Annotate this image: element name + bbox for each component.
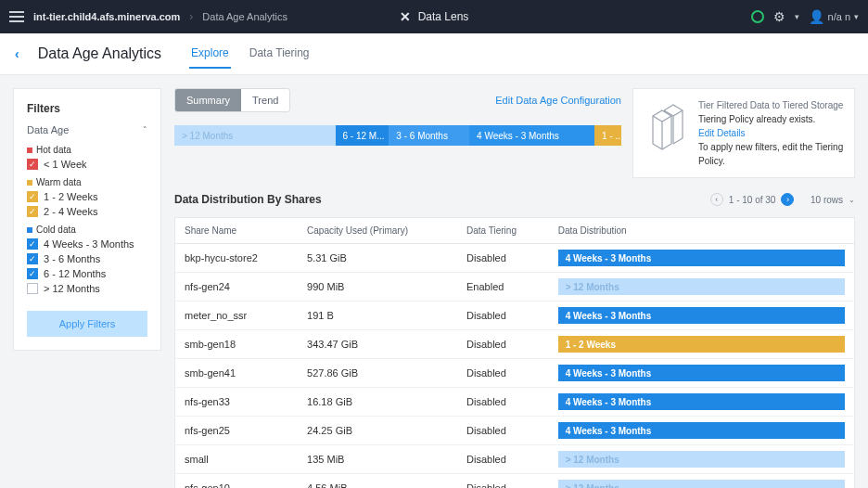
distribution-cell: > 12 Months [549,445,855,474]
edit-details-link[interactable]: Edit Details [698,126,845,140]
checkbox-icon: ✓ [27,206,38,217]
column-header[interactable]: Share Name [175,218,299,244]
user-label: n/a n [828,11,850,22]
distribution-bar[interactable]: 4 Weeks - 3 Months [558,250,845,266]
distribution-bar[interactable]: 4 Weeks - 3 Months [558,393,845,410]
page-header: ‹ Data Age Analytics Explore Data Tierin… [0,33,868,75]
table-title: Data Distribution By Shares [174,193,322,206]
share-name-cell: smb-gen41 [175,359,299,388]
share-name-cell: smb-gen18 [175,330,299,359]
table-row[interactable]: smb-gen18343.47 GiBDisabled1 - 2 Weeks [175,330,855,359]
filter-section-data-age[interactable]: Data Age ˄ [27,124,147,135]
strip-segment[interactable]: 1 - ... [594,125,621,146]
filter-6-12m[interactable]: ✓6 - 12 Months [27,268,147,279]
distribution-bar[interactable]: 4 Weeks - 3 Months [558,365,845,381]
tiering-cell: Disabled [457,388,549,417]
hot-bullet-icon [27,148,32,153]
capacity-cell: 5.31 GiB [298,244,457,273]
checkbox-icon: ✓ [27,159,38,170]
distribution-bar[interactable]: 1 - 2 Weeks [558,336,845,353]
tiering-cell: Disabled [457,474,549,489]
group-warm: Warm data [27,177,147,187]
tab-explore[interactable]: Explore [189,39,231,69]
tiering-cell: Disabled [457,330,549,359]
distribution-bar[interactable]: 4 Weeks - 3 Months [558,422,845,439]
table-row[interactable]: small135 MiBDisabled> 12 Months [175,445,855,474]
distribution-summary-bar[interactable]: > 12 Months6 - 12 M...3 - 6 Months4 Week… [174,125,621,146]
strip-segment[interactable]: 6 - 12 M... [336,125,389,146]
filter-3-6m[interactable]: ✓3 - 6 Months [27,253,147,264]
topbar: int-tier.child4.afs.minerva.com › Data A… [0,0,868,33]
filter-2-4-weeks[interactable]: ✓2 - 4 Weeks [27,206,147,217]
rows-per-page[interactable]: 10 rows [811,195,843,205]
tiering-cell: Enabled [457,273,549,302]
tab-data-tiering[interactable]: Data Tiering [248,39,312,69]
back-button[interactable]: ‹ [15,46,19,61]
table-row[interactable]: smb-gen41527.86 GiBDisabled4 Weeks - 3 M… [175,359,855,388]
filter-lt-1-week[interactable]: ✓< 1 Week [27,159,147,170]
filter-1-2-weeks[interactable]: ✓1 - 2 Weeks [27,191,147,202]
table-row[interactable]: nfs-gen2524.25 GiBDisabled4 Weeks - 3 Mo… [175,417,855,445]
menu-icon[interactable] [9,11,24,22]
tier-storage-icon [643,98,689,154]
tiering-cell: Disabled [457,359,549,388]
domain-crumb[interactable]: int-tier.child4.afs.minerva.com [33,11,180,22]
checkbox-icon: ✓ [27,238,38,250]
share-name-cell: nfs-gen24 [175,273,299,302]
distribution-cell: 4 Weeks - 3 Months [549,359,855,388]
status-icon[interactable] [751,10,764,23]
toggle-summary[interactable]: Summary [175,89,241,111]
strip-segment[interactable]: 4 Weeks - 3 Months [469,125,594,146]
pager-prev-button[interactable]: ‹ [710,193,723,206]
share-name-cell: nfs-gen33 [175,388,299,417]
strip-segment[interactable]: > 12 Months [174,125,336,146]
filters-title: Filters [27,102,147,115]
table-row[interactable]: nfs-gen3316.18 GiBDisabled4 Weeks - 3 Mo… [175,388,855,417]
filters-panel: Filters Data Age ˄ Hot data ✓< 1 Week Wa… [13,88,161,351]
tiering-cell: Disabled [457,302,549,330]
table-row[interactable]: bkp-hycu-store25.31 GiBDisabled4 Weeks -… [175,244,855,273]
user-menu[interactable]: 👤 n/a n ▾ [809,9,859,24]
page-title: Data Age Analytics [38,45,161,62]
toggle-trend[interactable]: Trend [241,89,289,111]
chevron-up-icon: ˄ [143,125,147,135]
distribution-cell: 4 Weeks - 3 Months [549,244,855,273]
group-hot: Hot data [27,145,147,155]
cold-bullet-icon [27,227,32,233]
share-name-cell: bkp-hycu-store2 [175,244,299,273]
chevron-down-icon: ▾ [854,12,859,21]
table-row[interactable]: meter_no_ssr191 BDisabled4 Weeks - 3 Mon… [175,302,855,330]
chevron-down-icon[interactable]: ▾ [795,12,799,21]
share-name-cell: meter_no_ssr [175,302,299,330]
warm-bullet-icon [27,180,32,186]
view-toggle: Summary Trend [174,88,290,112]
filter-4w-3m[interactable]: ✓4 Weeks - 3 Months [27,238,147,250]
distribution-bar[interactable]: > 12 Months [558,480,845,488]
checkbox-icon: ✓ [27,268,38,279]
filter-gt-12m[interactable]: > 12 Months [27,283,147,294]
table-row[interactable]: nfs-gen24990 MiBEnabled> 12 Months [175,273,855,302]
table-row[interactable]: nfs-gen104.56 MiBDisabled> 12 Months [175,474,855,489]
pager: ‹ 1 - 10 of 30 › 10 rows ⌄ [710,193,855,206]
edit-data-age-link[interactable]: Edit Data Age Configuration [495,95,621,106]
tabbar: Explore Data Tiering [189,39,311,69]
distribution-cell: 1 - 2 Weeks [549,330,855,359]
pager-range: 1 - 10 of 30 [729,195,776,205]
column-header[interactable]: Data Distribution [549,218,855,244]
distribution-table: Share NameCapacity Used (Primary)Data Ti… [174,217,855,488]
gear-icon[interactable]: ⚙ [773,9,785,24]
group-cold: Cold data [27,225,147,235]
tier-card-title: Tier Filtered Data to Tiered Storage [698,98,845,112]
distribution-bar[interactable]: > 12 Months [558,278,845,295]
column-header[interactable]: Data Tiering [457,218,549,244]
pager-next-button[interactable]: › [781,193,794,206]
content-area: Summary Trend Edit Data Age Configuratio… [174,88,855,488]
apply-filters-button[interactable]: Apply Filters [27,311,147,337]
strip-segment[interactable]: 3 - 6 Months [389,125,469,146]
chevron-right-icon: › [189,10,193,23]
tiering-cell: Disabled [457,244,549,273]
distribution-bar[interactable]: > 12 Months [558,451,845,468]
capacity-cell: 16.18 GiB [298,388,457,417]
column-header[interactable]: Capacity Used (Primary) [298,218,457,244]
distribution-bar[interactable]: 4 Weeks - 3 Months [558,307,845,324]
